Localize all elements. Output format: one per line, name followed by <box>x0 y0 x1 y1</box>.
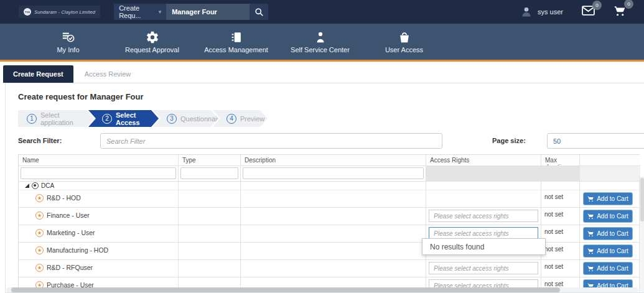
tab-strip: Create Request Access Review <box>0 65 644 83</box>
access-filter-cell <box>426 166 541 182</box>
nav-item-user-access[interactable]: User Access <box>362 30 446 53</box>
application-group-row: DCA <box>19 182 639 190</box>
step-select-access[interactable]: 2 Select Access <box>88 110 159 127</box>
top-right-area: sys user 0 0 <box>520 4 627 19</box>
add-to-cart-button[interactable]: Add to Cart <box>583 244 633 258</box>
vertical-scrollbar[interactable] <box>639 177 644 292</box>
cart-icon <box>587 265 594 272</box>
col-name[interactable]: Name <box>19 155 179 166</box>
table-row: ★Marketing - User not set Add to Cart <box>19 225 639 243</box>
role-star-icon: ★ <box>35 212 44 220</box>
step-select-application[interactable]: 1 Select application <box>18 110 94 127</box>
nav-item-access-management[interactable]: Access Management <box>194 30 278 53</box>
cart-icon <box>587 230 594 237</box>
col-max-duration[interactable]: Max duration <box>541 155 580 166</box>
user-search-input[interactable] <box>166 4 250 20</box>
step-label: Questionnaire <box>180 115 223 123</box>
max-duration-value: not set <box>541 225 580 243</box>
application-name: DCA <box>41 182 54 189</box>
step-preview[interactable]: 4 Preview <box>213 110 268 127</box>
messages-button[interactable]: 0 <box>582 6 595 18</box>
search-button[interactable] <box>250 4 268 20</box>
main-nav: My Info Request Approval Access Manageme… <box>0 24 644 60</box>
nav-label: Access Management <box>204 46 268 53</box>
add-to-cart-button[interactable]: Add to Cart <box>583 210 633 223</box>
person-icon <box>314 30 327 44</box>
type-filter-input[interactable] <box>180 167 238 179</box>
tab-access-review[interactable]: Access Review <box>73 65 142 83</box>
max-duration-filter-cell <box>541 166 580 182</box>
cart-icon <box>587 195 594 202</box>
tab-create-request[interactable]: Create Request <box>3 65 73 83</box>
nav-item-self-service-center[interactable]: Self Service Center <box>278 30 362 53</box>
col-description[interactable]: Description <box>241 155 426 166</box>
col-actions <box>580 155 640 166</box>
horizontal-scrollbar[interactable] <box>6 287 638 292</box>
search-filter-input[interactable] <box>100 133 442 149</box>
my-info-icon <box>62 30 75 44</box>
col-access-rights[interactable]: Access Rights <box>426 155 541 166</box>
collapse-expander-icon[interactable] <box>25 184 29 188</box>
access-rights-dropdown: No results found <box>422 238 546 255</box>
max-duration-value: not set <box>541 190 580 208</box>
cart-icon <box>587 248 594 254</box>
role-star-icon: ★ <box>35 246 44 254</box>
role-star-icon: ★ <box>35 194 44 202</box>
mail-count-badge: 0 <box>592 1 602 10</box>
role-name: R&D - HOD <box>47 194 81 202</box>
access-rights-input[interactable] <box>429 210 538 222</box>
nav-label: Request Approval <box>125 46 179 53</box>
nav-label: Self Service Center <box>291 46 350 53</box>
role-name: R&D - RFQuser <box>47 264 93 271</box>
step-label: Select Access <box>116 111 159 126</box>
action-type-label: Create Requ... <box>119 4 158 19</box>
page-title: Create request for Manager Four <box>6 83 644 102</box>
search-filter-label: Search Filter: <box>18 137 62 144</box>
col-type[interactable]: Type <box>179 155 241 166</box>
role-name: Marketing - User <box>47 229 95 236</box>
vertical-scrollbar-thumb[interactable] <box>640 178 644 221</box>
chevron-down-icon: ▾ <box>159 9 162 15</box>
add-to-cart-button[interactable]: Add to Cart <box>583 227 633 240</box>
gear-icon <box>146 30 159 44</box>
max-duration-value: not set <box>541 260 580 277</box>
action-type-dropdown[interactable]: Create Requ... ▾ <box>114 4 166 20</box>
nav-item-my-info[interactable]: My Info <box>26 30 110 53</box>
step-label: Select application <box>40 111 94 126</box>
avatar[interactable] <box>520 6 533 18</box>
table-row: ★R&D - RFQuser not set Add to Cart <box>19 260 639 277</box>
wizard-steps: 1 Select application 2 Select Access 3 Q… <box>18 110 644 127</box>
step-questionnaire[interactable]: 3 Questionnaire <box>153 110 218 127</box>
search-icon <box>254 7 264 17</box>
role-name: Manufacturing - HOD <box>47 246 108 254</box>
company-logo: TVS Sundaram - Clayton Limited <box>19 6 100 18</box>
cart-count-badge: 0 <box>624 0 633 9</box>
max-duration-value: not set <box>541 243 580 260</box>
nav-item-request-approval[interactable]: Request Approval <box>110 30 194 53</box>
access-rights-input[interactable] <box>429 227 538 240</box>
role-star-icon: ★ <box>35 264 44 272</box>
access-rights-input[interactable] <box>429 262 538 274</box>
tvs-logo-icon: TVS <box>24 8 31 16</box>
table-row: ★Finance - User not set Add to Cart <box>19 208 639 225</box>
create-request-panel: Create request for Manager Four 1 Select… <box>5 83 644 293</box>
column-filter-row <box>19 166 639 182</box>
add-to-cart-button[interactable]: Add to Cart <box>583 262 633 275</box>
max-duration-value: not set <box>541 208 580 225</box>
access-table: Name Type Description Access Rights Max … <box>18 154 640 293</box>
access-rights-cell <box>426 190 541 208</box>
binder-icon <box>230 30 243 44</box>
cart-button[interactable]: 0 <box>614 4 627 19</box>
step-number: 4 <box>226 114 236 124</box>
name-filter-input[interactable] <box>21 167 176 179</box>
description-filter-input[interactable] <box>243 167 424 179</box>
table-row: ★R&D - HOD not set Add to Cart <box>19 190 639 208</box>
application-icon <box>32 182 39 189</box>
page-size-label: Page size: <box>492 137 526 144</box>
add-to-cart-button[interactable]: Add to Cart <box>583 192 633 205</box>
page-size-input[interactable] <box>547 133 644 149</box>
nav-label: User Access <box>385 46 423 53</box>
horizontal-scrollbar-thumb[interactable] <box>11 287 560 292</box>
filter-bar: Search Filter: Page size: <box>6 132 644 151</box>
nav-label: My Info <box>57 46 79 53</box>
